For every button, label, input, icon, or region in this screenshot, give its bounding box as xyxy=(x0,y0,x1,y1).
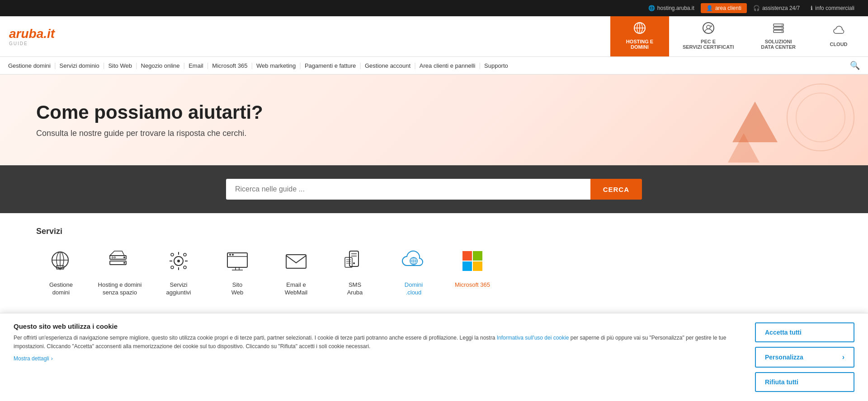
svg-point-9 xyxy=(782,25,783,26)
svg-rect-51 xyxy=(473,251,482,261)
sms-aruba-icon xyxy=(339,245,371,277)
service-gestione-domini[interactable]: Gestionedomini xyxy=(36,245,86,297)
svg-point-29 xyxy=(184,266,186,269)
domini-cloud-label: Domini.cloud xyxy=(405,281,423,297)
svg-point-22 xyxy=(112,257,113,258)
info-commerciali-link[interactable]: ℹ info commerciali xyxy=(806,5,859,11)
nav-pagamenti[interactable]: Pagamenti e fatture xyxy=(301,58,359,74)
service-hosting-domini[interactable]: Hosting e dominisenza spazio xyxy=(95,245,145,297)
service-domini-cloud[interactable]: Domini.cloud xyxy=(389,245,439,297)
servizi-aggiuntivi-label: Serviziaggiuntivi xyxy=(166,281,191,297)
nav-sito-web[interactable]: Sito Web xyxy=(104,58,136,74)
svg-point-11 xyxy=(782,31,783,32)
service-servizi-aggiuntivi[interactable]: Serviziaggiuntivi xyxy=(154,245,203,297)
servizi-aggiuntivi-icon xyxy=(163,245,194,277)
pec-tab-icon xyxy=(702,22,715,37)
hosting-domini-label: Hosting e dominisenza spazio xyxy=(98,281,142,297)
svg-point-5 xyxy=(707,25,710,29)
nav-tabs: HOSTING eDOMINI PEC eSERVIZI CERTIFICATI xyxy=(610,16,868,56)
svg-point-26 xyxy=(171,253,174,256)
soluzioni-tab-label: SOLUZIONIDATA CENTER xyxy=(761,39,796,50)
search-bar: CERCA xyxy=(226,179,642,200)
nav-negozio-online[interactable]: Negozio online xyxy=(137,58,184,74)
hosting-domini-icon xyxy=(104,245,136,277)
nav-supporto[interactable]: Supporto xyxy=(481,58,512,74)
soluzioni-tab-icon xyxy=(772,22,785,37)
svg-point-10 xyxy=(782,28,783,29)
sito-web-label: SitoWeb xyxy=(231,281,244,297)
hosting-label: hosting.aruba.it xyxy=(657,5,694,11)
nav-area-clienti[interactable]: Area clienti e pannelli xyxy=(416,58,479,74)
globe-icon: 🌐 xyxy=(648,5,655,11)
hero-section: Come possiamo aiutarti? Consulta le nost… xyxy=(0,75,868,165)
email-webmail-icon xyxy=(280,245,312,277)
nav-microsoft-365[interactable]: Microsoft 365 xyxy=(208,58,251,74)
search-submit-button[interactable]: CERCA xyxy=(590,179,642,200)
triangle-deco-2 xyxy=(728,133,760,163)
tab-hosting[interactable]: HOSTING eDOMINI xyxy=(610,16,669,56)
tab-soluzioni[interactable]: SOLUZIONIDATA CENTER xyxy=(747,16,809,56)
pec-tab-label: PEC eSERVIZI CERTIFICATI xyxy=(683,39,734,50)
svg-rect-50 xyxy=(462,251,472,261)
nav-gestione-domini[interactable]: Gestione domini xyxy=(5,58,54,74)
sms-aruba-label: SMSAruba xyxy=(347,281,363,297)
logo-subtitle: GUIDE xyxy=(9,41,81,46)
nav-web-marketing[interactable]: Web marketing xyxy=(253,58,299,74)
svg-point-25 xyxy=(177,260,180,262)
logo[interactable]: aruba.it xyxy=(9,27,81,41)
top-bar: 🌐 hosting.aruba.it 👤 area clienti 🎧 assi… xyxy=(0,0,868,16)
hosting-link[interactable]: 🌐 hosting.aruba.it xyxy=(644,5,699,11)
nav-email[interactable]: Email xyxy=(185,58,207,74)
svg-rect-37 xyxy=(286,255,306,268)
svg-point-28 xyxy=(171,266,174,269)
hosting-tab-label: HOSTING eDOMINI xyxy=(626,39,654,50)
svg-point-27 xyxy=(184,253,186,256)
area-clienti-link[interactable]: 👤 area clienti xyxy=(701,3,747,13)
tab-cloud[interactable]: CLOUD xyxy=(809,16,868,56)
sito-web-icon xyxy=(222,245,253,277)
hosting-tab-icon xyxy=(633,22,646,37)
circle-deco-2 xyxy=(796,93,845,142)
svg-rect-53 xyxy=(473,261,482,271)
service-sito-web[interactable]: SitoWeb xyxy=(212,245,262,297)
domini-cloud-icon xyxy=(398,245,429,277)
svg-point-20 xyxy=(123,256,125,258)
svg-rect-42 xyxy=(345,257,352,267)
service-sms-aruba[interactable]: SMSAruba xyxy=(330,245,380,297)
service-microsoft-365[interactable]: Microsoft 365 xyxy=(448,245,497,297)
area-clienti-label: area clienti xyxy=(715,5,741,11)
secondary-nav: Gestione domini | Servizi dominio | Sito… xyxy=(0,57,868,75)
assistenza-link[interactable]: 🎧 assistenza 24/7 xyxy=(749,5,804,11)
microsoft-365-label: Microsoft 365 xyxy=(455,281,490,289)
svg-point-23 xyxy=(114,257,116,258)
user-icon: 👤 xyxy=(706,5,713,11)
email-webmail-label: Email eWebMail xyxy=(285,281,307,297)
headset-icon: 🎧 xyxy=(753,5,760,11)
info-label: info commerciali xyxy=(815,5,854,11)
header: aruba.it GUIDE HOSTING eDOMINI xyxy=(0,16,868,57)
services-grid: Gestionedomini Hosting e dominisenza spa… xyxy=(36,245,832,297)
svg-point-36 xyxy=(232,254,234,256)
svg-point-35 xyxy=(229,254,231,256)
svg-point-21 xyxy=(123,262,125,264)
microsoft-365-icon xyxy=(457,245,488,277)
search-button[interactable]: 🔍 xyxy=(846,57,863,74)
logo-area: aruba.it GUIDE xyxy=(0,16,90,56)
nav-servizi-dominio[interactable]: Servizi dominio xyxy=(56,58,103,74)
search-input[interactable] xyxy=(226,179,590,200)
tab-pec[interactable]: PEC eSERVIZI CERTIFICATI xyxy=(669,16,747,56)
info-icon: ℹ xyxy=(811,5,813,11)
hero-subtitle: Consulta le nostre guide per trovare la … xyxy=(36,129,832,138)
services-section: Servizi Gestionedomini xyxy=(0,213,868,310)
nav-gestione-account[interactable]: Gestione account xyxy=(361,58,414,74)
svg-point-41 xyxy=(353,262,355,264)
cloud-tab-label: CLOUD xyxy=(830,42,847,47)
hero-title: Come possiamo aiutarti? xyxy=(36,102,832,123)
gestione-domini-icon xyxy=(45,245,77,277)
assistenza-label: assistenza 24/7 xyxy=(762,5,800,11)
cloud-tab-icon xyxy=(832,24,845,40)
svg-rect-52 xyxy=(462,261,472,271)
service-email-webmail[interactable]: Email eWebMail xyxy=(271,245,321,297)
search-section: CERCA xyxy=(0,165,868,213)
services-title: Servizi xyxy=(36,227,832,236)
